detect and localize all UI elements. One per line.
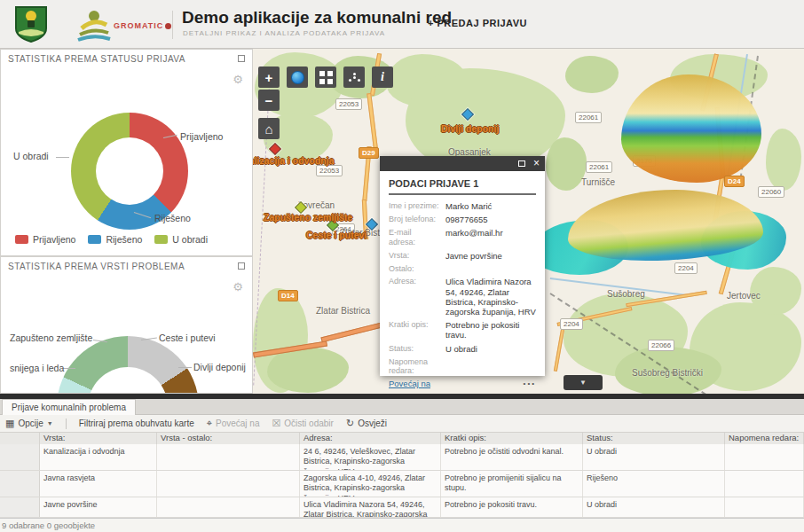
toolbar-separator bbox=[66, 419, 67, 429]
feature-popup: × PODACI PRIJAVE 1 Ime i prezime:Marko M… bbox=[380, 156, 545, 376]
column-header-napomena[interactable]: Napomena redara: bbox=[725, 433, 804, 444]
basemap-grid-icon bbox=[319, 71, 325, 76]
row-selector-cell[interactable] bbox=[0, 471, 40, 497]
cell-vrsta: Kanalizacija i odvodnja bbox=[40, 444, 157, 470]
cell-adresa: Ulica Vladimira Nazora 54, 49246, Zlatar… bbox=[300, 497, 441, 517]
incident-label: Divlji deponij bbox=[441, 123, 499, 134]
tab-prijave[interactable]: Prijave komunalnih problema bbox=[2, 399, 136, 415]
clear-selection-button[interactable]: ☒ Očisti odabir bbox=[272, 418, 333, 429]
clear-selection-icon: ☒ bbox=[272, 418, 280, 429]
maximize-icon[interactable] bbox=[238, 262, 245, 270]
zoom-to-label: Povećaj na bbox=[216, 419, 259, 428]
status-donut-hole bbox=[96, 137, 163, 205]
field-label: Adresa: bbox=[389, 277, 440, 317]
table-row[interactable]: Kanalizacija i odvodnja 24 6, 49246, Vel… bbox=[0, 444, 804, 471]
submit-report-button[interactable]: + PREDAJ PRIJAVU bbox=[428, 18, 527, 28]
column-header-status[interactable]: Status: bbox=[583, 433, 725, 444]
cell-ostalo bbox=[157, 471, 300, 497]
my-location-button[interactable] bbox=[287, 66, 308, 88]
road-shield: 22061 bbox=[575, 112, 602, 123]
cell-status: U obradi bbox=[583, 444, 725, 470]
zoom-to-button[interactable]: ⌖ Povećaj na bbox=[207, 418, 260, 429]
tools-dots-icon bbox=[353, 76, 356, 79]
info-button[interactable]: i bbox=[372, 66, 393, 88]
legend-item-uobradi[interactable]: U obradi bbox=[154, 234, 208, 245]
refresh-button[interactable]: ↻ Osvježi bbox=[346, 418, 387, 429]
callout-line bbox=[56, 157, 69, 158]
cell-ostalo bbox=[157, 497, 300, 517]
maximize-icon[interactable] bbox=[238, 55, 245, 62]
road-segment bbox=[367, 93, 378, 148]
popup-titlebar[interactable]: × bbox=[380, 156, 545, 171]
options-button[interactable]: ▦ Opcije ▼ bbox=[5, 418, 53, 429]
legend-label: Prijavljeno bbox=[33, 234, 75, 245]
row-selector-cell[interactable] bbox=[0, 497, 40, 517]
tools-button[interactable] bbox=[343, 66, 365, 88]
zoom-in-button[interactable]: + bbox=[258, 66, 280, 88]
row-selector-cell[interactable] bbox=[0, 444, 40, 470]
refresh-icon: ↻ bbox=[346, 418, 354, 429]
field-label: E-mail adresa: bbox=[389, 228, 440, 246]
popup-close-icon[interactable]: × bbox=[533, 157, 540, 169]
table-row[interactable]: Javne površine Ulica Vladimira Nazora 54… bbox=[0, 497, 804, 518]
legend-item-prijavljeno[interactable]: Prijavljeno bbox=[15, 234, 75, 245]
incident-label: Ceste i putevi bbox=[306, 230, 367, 240]
zoom-out-button[interactable]: − bbox=[258, 90, 280, 111]
selector-column-header bbox=[0, 433, 40, 444]
column-header-ostalo[interactable]: Vrsta - ostalo: bbox=[157, 433, 300, 444]
gear-icon[interactable]: ⚙ bbox=[233, 73, 243, 86]
chevron-down-icon: ▼ bbox=[47, 420, 53, 426]
place-label: Zlatar Bistrica bbox=[316, 306, 370, 316]
zoom-to-link[interactable]: Povećaj na bbox=[389, 379, 430, 388]
legend-swatch-blue bbox=[88, 235, 101, 244]
field-label: Ime i prezime: bbox=[389, 201, 440, 211]
road-shield: 22061 bbox=[586, 161, 612, 173]
gromatic-logo: GROMATIC bbox=[114, 21, 171, 30]
cell-napomena bbox=[725, 444, 804, 470]
cell-opis: Potrebno je pokositi travu. bbox=[441, 497, 583, 517]
field-label: Ostalo: bbox=[389, 264, 440, 274]
locate-icon bbox=[291, 71, 304, 84]
road-shield: 22060 bbox=[758, 186, 784, 198]
map-canvas[interactable]: 22053 D29 22053 2264 D14 22061 22061 217… bbox=[253, 49, 804, 394]
refresh-label: Osvježi bbox=[358, 419, 387, 428]
cell-vrsta: Javne površine bbox=[40, 497, 157, 517]
incident-label: Kanalizacija i odvodnja bbox=[253, 155, 335, 166]
gromatic-dot-icon bbox=[165, 23, 171, 29]
cell-opis: Potrebno je očistiti odvodni kanal. bbox=[441, 444, 583, 470]
legend-item-rijeseno[interactable]: Riješeno bbox=[88, 234, 142, 245]
cell-vrsta: Javna rasvjeta bbox=[40, 471, 157, 497]
field-label: Vrsta: bbox=[389, 251, 440, 261]
field-label: Status: bbox=[389, 344, 440, 354]
road-shield: D24 bbox=[724, 176, 745, 187]
table-row[interactable]: Javna rasvjeta Zagorska ulica 4-10, 4924… bbox=[0, 471, 804, 497]
place-label: Turnišče bbox=[581, 177, 615, 187]
popup-more-icon[interactable]: ••• bbox=[524, 379, 536, 387]
road-shield: 2204 bbox=[674, 262, 698, 274]
callout-snijeg: snijega i leda bbox=[10, 363, 64, 373]
basemap-gallery-button[interactable] bbox=[315, 66, 336, 88]
gear-icon[interactable]: ⚙ bbox=[233, 280, 243, 293]
field-value bbox=[445, 264, 536, 274]
road-shield: 22053 bbox=[335, 98, 362, 110]
field-value: U obradi bbox=[445, 344, 536, 354]
callout-line bbox=[178, 367, 192, 368]
popup-maximize-icon[interactable] bbox=[518, 160, 525, 167]
field-label: Broj telefona: bbox=[389, 215, 440, 224]
column-header-vrsta[interactable]: Vrsta: bbox=[40, 433, 157, 444]
page-title: Demo aplikacije za komunalni red bbox=[182, 8, 452, 27]
road-shield: 22053 bbox=[316, 165, 343, 176]
table-collapse-button[interactable]: ▼ bbox=[564, 375, 603, 390]
page-subtitle: DETALJNI PRIKAZ I ANALIZA PODATAKA PRIJA… bbox=[183, 29, 385, 37]
table-status-bar: 9 odabrane 0 geoobjekte bbox=[0, 518, 804, 532]
home-button[interactable]: ⌂ bbox=[258, 118, 280, 139]
column-header-opis[interactable]: Kratki opis: bbox=[441, 433, 583, 444]
callout-prijavljeno: Prijavljeno bbox=[180, 131, 223, 142]
filter-by-extent-button[interactable]: Filtriraj prema obuhvatu karte bbox=[79, 419, 194, 428]
callout-rijeseno: Riješeno bbox=[154, 213, 191, 223]
widget-status-chart: STATISTIKA PREMA STATUSU PRIJAVA ⚙ Prija… bbox=[0, 49, 253, 256]
road-shield: D14 bbox=[278, 290, 298, 301]
column-header-adresa[interactable]: Adresa: bbox=[300, 433, 441, 444]
road-segment-d14 bbox=[320, 321, 389, 343]
field-label: Napomena redara: bbox=[389, 357, 440, 376]
